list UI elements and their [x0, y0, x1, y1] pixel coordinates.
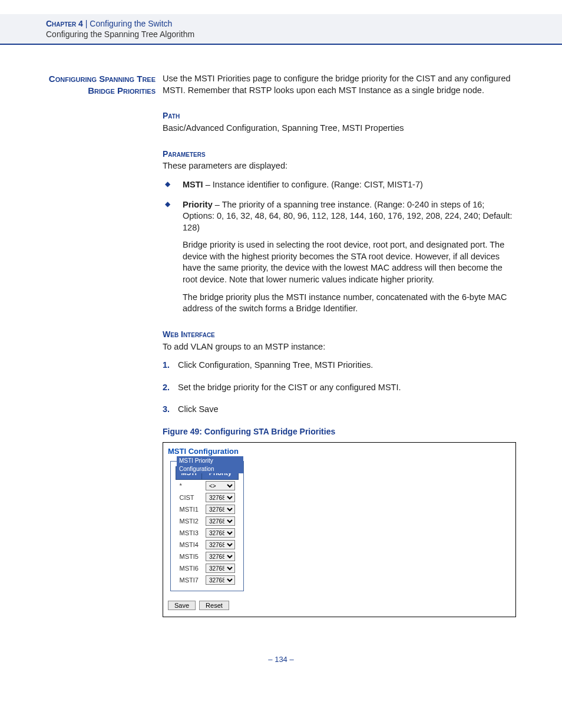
priority-select[interactable]: 32768: [206, 540, 235, 549]
parameter-item: Priority – The priority of a spanning tr…: [163, 199, 516, 315]
parameter-desc: – The priority of a spanning tree instan…: [183, 200, 512, 232]
page-header: Chapter 4 | Configuring the Switch Confi…: [0, 14, 562, 45]
step-item: Click Save: [163, 404, 516, 416]
msti-label: *: [176, 480, 202, 492]
parameter-list: MSTI – Instance identifier to configure.…: [163, 179, 516, 315]
msti-label: MSTI1: [176, 503, 202, 515]
chapter-subtitle: Configuring the Spanning Tree Algorithm: [46, 29, 562, 39]
table-row: MSTI332768: [176, 527, 239, 539]
parameter-term: Priority: [183, 200, 213, 209]
msti-label: MSTI2: [176, 515, 202, 527]
fieldset-legend: MSTI Priority Configuration: [177, 456, 243, 473]
priority-table: MSTI Priority *<>CIST32768MSTI132768MSTI…: [176, 466, 239, 586]
parameter-item: MSTI – Instance identifier to configure.…: [163, 179, 516, 191]
figure-screenshot: MSTI Configuration MSTI Priority Configu…: [163, 442, 516, 618]
table-row: MSTI732768: [176, 574, 239, 586]
breadcrumb-separator: |: [83, 19, 90, 28]
table-row: MSTI132768: [176, 503, 239, 515]
msti-label: MSTI3: [176, 527, 202, 539]
web-interface-heading: Web Interface: [163, 329, 516, 340]
chapter-label: Chapter 4: [46, 19, 83, 28]
table-row: MSTI532768: [176, 551, 239, 562]
figure-caption: Figure 49: Configuring STA Bridge Priori…: [163, 426, 516, 437]
msti-label: MSTI5: [176, 551, 202, 562]
step-item: Set the bridge priority for the CIST or …: [163, 382, 516, 394]
table-row: *<>: [176, 480, 239, 492]
priority-select[interactable]: 32768: [206, 552, 235, 561]
save-button[interactable]: Save: [168, 601, 196, 610]
page-number: – 134 –: [0, 655, 562, 681]
web-interface-text: To add VLAN groups to an MSTP instance:: [163, 341, 516, 353]
msti-label: MSTI6: [176, 562, 202, 574]
parameter-desc: – Instance identifier to configure. (Ran…: [203, 180, 423, 189]
section-heading: Configuring Spanning Tree Bridge Priorit…: [46, 73, 163, 617]
priority-select[interactable]: 32768: [206, 564, 235, 573]
table-row: MSTI632768: [176, 562, 239, 574]
priority-select[interactable]: 32768: [206, 516, 235, 526]
reset-button[interactable]: Reset: [199, 601, 229, 610]
table-row: MSTI432768: [176, 539, 239, 551]
parameter-term: MSTI: [183, 180, 203, 189]
msti-label: CIST: [176, 492, 202, 503]
priority-select[interactable]: 32768: [206, 575, 235, 585]
priority-select[interactable]: 32768: [206, 505, 235, 514]
priority-select[interactable]: 32768: [206, 493, 235, 502]
parameters-text: These parameters are displayed:: [163, 160, 516, 172]
parameter-paragraph: The bridge priority plus the MSTI instan…: [183, 292, 516, 315]
table-row: CIST32768: [176, 492, 239, 503]
priority-select[interactable]: <>: [206, 481, 235, 490]
step-item: Click Configuration, Spanning Tree, MSTI…: [163, 360, 516, 371]
msti-label: MSTI4: [176, 539, 202, 551]
msti-label: MSTI7: [176, 574, 202, 586]
parameters-heading: Parameters: [163, 149, 516, 160]
priority-select[interactable]: 32768: [206, 528, 235, 538]
table-row: MSTI232768: [176, 515, 239, 527]
config-title: MSTI Configuration: [168, 446, 511, 457]
path-text: Basic/Advanced Configuration, Spanning T…: [163, 123, 516, 134]
chapter-title: Configuring the Switch: [90, 19, 172, 28]
path-heading: Path: [163, 110, 516, 121]
config-fieldset: MSTI Priority Configuration MSTI Priorit…: [170, 461, 244, 591]
parameter-paragraph: Bridge priority is used in selecting the…: [183, 239, 516, 285]
steps-list: Click Configuration, Spanning Tree, MSTI…: [163, 360, 516, 416]
intro-paragraph: Use the MSTI Priorities page to configur…: [163, 73, 516, 96]
